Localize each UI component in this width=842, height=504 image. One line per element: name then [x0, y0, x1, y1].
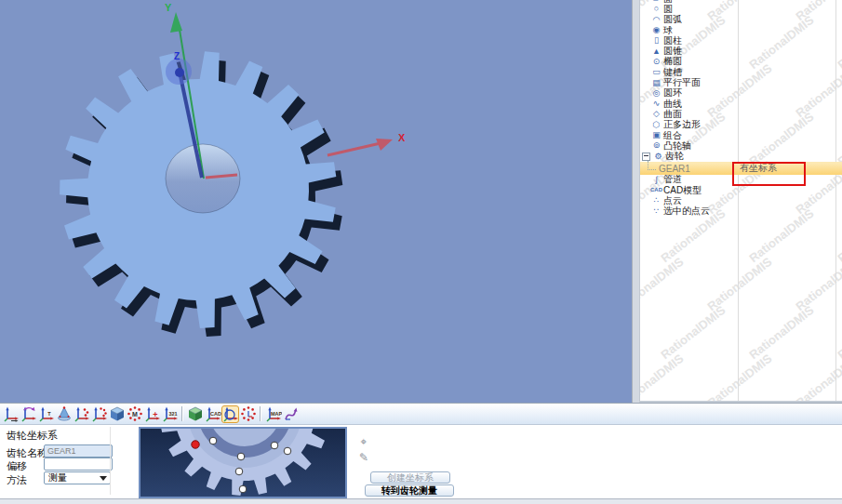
selected-pointcloud-icon: ∵ [650, 207, 662, 216]
gear-name-label: 齿轮名称 [7, 446, 47, 460]
best-fit-align-icon[interactable] [55, 405, 73, 423]
gear-cs-icon[interactable] [221, 405, 239, 423]
expand-toggle[interactable] [642, 153, 650, 161]
torus-icon: ◎ [650, 89, 662, 98]
feature-tree: ▱面○圆◠圆弧◉球▯圆柱▲圆锥⊙椭圆▭键槽▤平行平面◎圆环∿曲线◇曲面⬡正多边形… [640, 0, 842, 217]
svg-text:T: T [47, 411, 51, 417]
iterative-align-icon[interactable] [186, 405, 204, 423]
method-label: 方法 [7, 473, 27, 487]
watermark-text: RationalDMIS [746, 303, 816, 362]
cs-tool-icon[interactable]: T [37, 405, 55, 423]
tree-item[interactable]: ⚙齿轮 [640, 151, 842, 161]
offset-label: 偏移 [7, 459, 27, 473]
sphere-icon: ◉ [650, 26, 662, 34]
tree-item-status: 有坐标系 [740, 162, 777, 175]
svg-text:CAD: CAD [210, 411, 221, 417]
app-window: YZX RationalDMISRationalDMISRationalDMIS… [0, 0, 842, 504]
curve-icon: ∿ [650, 99, 662, 108]
map-align-icon[interactable]: MAP [264, 405, 282, 423]
alignment-toolbar: TM+321CADMAP [0, 403, 842, 424]
cs-offset-icon[interactable]: + [143, 405, 161, 423]
cad-icon: CAD [650, 186, 662, 194]
gear-preview-drawing [140, 429, 345, 497]
watermark-text: RationalDMIS [704, 351, 774, 403]
edit-icon[interactable]: ✎ [356, 451, 371, 465]
toolbar-separator [181, 406, 183, 421]
pipe-icon: ∫ [650, 176, 662, 184]
watermark-text: RationalDMIS [640, 255, 687, 313]
group-icon: ▣ [650, 131, 662, 139]
panel-title: 齿轮坐标系 [7, 429, 58, 443]
gear-icon: ⚙ [652, 153, 664, 161]
svg-text:Z: Z [174, 51, 180, 61]
panel-divider [110, 427, 111, 495]
axis-point-align-icon[interactable] [73, 405, 90, 423]
toolbar-separator [260, 406, 261, 421]
cad-align-icon[interactable]: CAD [204, 405, 221, 423]
circle-icon: ○ [650, 5, 662, 13]
slot-icon: ▭ [650, 68, 662, 76]
tree-item-label: GEAR1 [659, 164, 690, 174]
align-321-icon[interactable]: 321 [161, 405, 179, 423]
cone-icon: ▲ [650, 47, 662, 56]
polygon-icon: ⬡ [650, 121, 662, 129]
camshaft-icon: ⊚ [650, 141, 662, 150]
probe-icon[interactable]: ⌖ [356, 435, 371, 449]
surface-icon: ◇ [650, 110, 662, 118]
curve-align-icon[interactable] [282, 405, 300, 423]
svg-text:+: + [153, 410, 157, 419]
plane-icon: ▱ [650, 0, 662, 3]
method-value: 测量 [48, 471, 67, 484]
create-cs-button[interactable]: 创建坐标系 [370, 471, 450, 484]
offset-input[interactable] [44, 458, 113, 471]
svg-text:321: 321 [168, 411, 177, 417]
watermark-text: RationalDMIS [640, 351, 687, 403]
watermark-text: RationalDMIS [704, 255, 774, 313]
svg-text:M: M [132, 411, 138, 418]
svg-text:MAP: MAP [270, 411, 281, 417]
status-strip [0, 498, 842, 504]
cylinder-icon: ▯ [650, 36, 662, 45]
plane-line-point-icon[interactable] [90, 405, 108, 423]
parallel-planes-icon: ▤ [650, 79, 662, 87]
svg-text:Y: Y [165, 2, 172, 13]
gear-cs-panel: 齿轮坐标系 齿轮名称 偏移 方法 测量 ⌖ ✎ 创建坐标系 转到齿轮测量 [0, 424, 842, 498]
watermark-text: RationalDMIS [658, 303, 728, 362]
feature-tree-panel: RationalDMISRationalDMISRationalDMISRati… [640, 0, 842, 403]
chevron-down-icon [100, 476, 107, 481]
arc-icon: ◠ [650, 16, 662, 24]
tree-item-label: 选中的点云 [663, 205, 710, 218]
rps-align-icon[interactable] [239, 405, 257, 423]
six-point-cube-icon[interactable] [108, 405, 126, 423]
tree-branch [648, 161, 656, 170]
pointcloud-icon: ∴ [650, 196, 662, 205]
ellipse-icon: ⊙ [650, 58, 662, 66]
gear-preview-image [139, 427, 347, 498]
cs-rotate-icon[interactable] [20, 405, 37, 423]
gear-name-input[interactable] [44, 444, 113, 458]
panel-splitter[interactable] [632, 0, 640, 403]
svg-text:X: X [398, 132, 406, 143]
measure-points-icon[interactable]: M [126, 405, 143, 423]
goto-gear-measure-button[interactable]: 转到齿轮测量 [365, 484, 454, 497]
cs-translate-icon[interactable] [2, 405, 20, 423]
gear-3d-model: YZX [0, 0, 632, 403]
method-dropdown[interactable]: 测量 [44, 471, 111, 484]
3d-viewport[interactable]: YZX [0, 0, 632, 403]
tree-item[interactable]: ∵选中的点云 [640, 206, 842, 217]
